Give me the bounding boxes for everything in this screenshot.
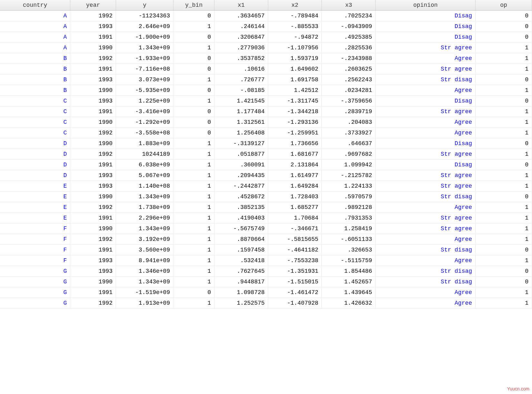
cell-x2: 1.691758 <box>268 74 322 85</box>
cell-year: 1992 <box>70 11 116 21</box>
cell-country[interactable]: C <box>0 96 70 106</box>
cell-opinion[interactable]: Disag <box>375 21 475 32</box>
cell-country[interactable]: E <box>0 181 70 192</box>
cell-opinion[interactable]: Agree <box>375 255 475 266</box>
cell-opinion[interactable]: Str agree <box>375 223 475 234</box>
cell-opinion[interactable]: Str disag <box>375 277 475 287</box>
cell-opinion[interactable]: Str agree <box>375 64 475 74</box>
cell-x2: 1.42512 <box>268 85 322 96</box>
cell-y: 1.883e+09 <box>116 138 173 149</box>
cell-country[interactable]: G <box>0 287 70 298</box>
cell-opinion[interactable]: Agree <box>375 117 475 128</box>
cell-opinion[interactable]: Disag <box>375 160 475 170</box>
cell-country[interactable]: A <box>0 11 70 21</box>
cell-op: 0 <box>476 96 532 106</box>
cell-y: 1.343e+09 <box>116 43 173 53</box>
cell-country[interactable]: B <box>0 74 70 85</box>
cell-country[interactable]: A <box>0 32 70 43</box>
cell-op: 1 <box>476 64 532 74</box>
cell-country[interactable]: E <box>0 192 70 202</box>
cell-opinion[interactable]: Agree <box>375 53 475 64</box>
cell-opinion[interactable]: Agree <box>375 287 475 298</box>
cell-country[interactable]: D <box>0 149 70 160</box>
cell-opinion[interactable]: Agree <box>375 85 475 96</box>
cell-country[interactable]: G <box>0 266 70 277</box>
cell-op: 0 <box>476 266 532 277</box>
cell-y: 1.225e+09 <box>116 96 173 106</box>
cell-year: 1990 <box>70 223 116 234</box>
cell-country[interactable]: E <box>0 202 70 213</box>
cell-country[interactable]: C <box>0 117 70 128</box>
table-row: C1992-3.558e+0801.256408-1.259951.373392… <box>0 128 532 138</box>
table-row: F19913.560e+091.1597458-.4641182.326653S… <box>0 245 532 255</box>
table-row: A1992-112343630.3634657-.789484.7025234D… <box>0 11 532 21</box>
cell-opinion[interactable]: Disag <box>375 96 475 106</box>
cell-opinion[interactable]: Str disag <box>375 245 475 255</box>
cell-x2: 1.649284 <box>268 181 322 192</box>
cell-opinion[interactable]: Str agree <box>375 181 475 192</box>
cell-x2: 2.131864 <box>268 160 322 170</box>
column-header-x2[interactable]: x2 <box>268 0 322 11</box>
cell-x1: .4528672 <box>214 192 268 202</box>
column-header-op[interactable]: op <box>476 0 532 11</box>
cell-country[interactable]: B <box>0 85 70 96</box>
cell-country[interactable]: B <box>0 53 70 64</box>
cell-x3: 1.439645 <box>322 287 376 298</box>
cell-country[interactable]: C <box>0 106 70 117</box>
cell-country[interactable]: G <box>0 277 70 287</box>
cell-y_bin: 1 <box>173 160 214 170</box>
cell-opinion[interactable]: Str agree <box>375 106 475 117</box>
cell-y_bin: 1 <box>173 96 214 106</box>
cell-opinion[interactable]: Agree <box>375 234 475 245</box>
cell-opinion[interactable]: Str disag <box>375 74 475 85</box>
cell-year: 1993 <box>70 21 116 32</box>
cell-country[interactable]: A <box>0 21 70 32</box>
cell-country[interactable]: F <box>0 245 70 255</box>
cell-opinion[interactable]: Disag <box>375 138 475 149</box>
cell-year: 1992 <box>70 149 116 160</box>
table-row: E19901.343e+091.45286721.728403.5970579S… <box>0 192 532 202</box>
cell-country[interactable]: D <box>0 160 70 170</box>
cell-x3: .5970579 <box>322 192 376 202</box>
cell-opinion[interactable]: Disag <box>375 32 475 43</box>
cell-y_bin: 1 <box>173 245 214 255</box>
column-header-year[interactable]: year <box>70 0 116 11</box>
cell-y: 3.192e+09 <box>116 234 173 245</box>
column-header-country[interactable]: country <box>0 0 70 11</box>
cell-opinion[interactable]: Str agree <box>375 43 475 53</box>
cell-opinion[interactable]: Agree <box>375 202 475 213</box>
cell-country[interactable]: F <box>0 223 70 234</box>
cell-country[interactable]: A <box>0 43 70 53</box>
cell-country[interactable]: F <box>0 255 70 266</box>
cell-opinion[interactable]: Agree <box>375 128 475 138</box>
cell-x3: 1.224133 <box>322 181 376 192</box>
cell-country[interactable]: D <box>0 138 70 149</box>
column-header-opinion[interactable]: opinion <box>375 0 475 11</box>
table-row: A1991-1.900e+090.3206847-.94872.4925385D… <box>0 32 532 43</box>
cell-x3: .2825536 <box>322 43 376 53</box>
cell-country[interactable]: G <box>0 298 70 309</box>
cell-op: 0 <box>476 245 532 255</box>
cell-opinion[interactable]: Str agree <box>375 213 475 223</box>
cell-x3: .7931353 <box>322 213 376 223</box>
column-header-x3[interactable]: x3 <box>322 0 376 11</box>
cell-x1: .726777 <box>214 74 268 85</box>
cell-y: 1.343e+09 <box>116 223 173 234</box>
cell-country[interactable]: F <box>0 234 70 245</box>
cell-opinion[interactable]: Str disag <box>375 192 475 202</box>
cell-country[interactable]: D <box>0 170 70 181</box>
column-header-y_bin[interactable]: y_bin <box>173 0 214 11</box>
cell-x2: -1.259951 <box>268 128 322 138</box>
cell-opinion[interactable]: Agree <box>375 298 475 309</box>
column-header-y[interactable]: y <box>116 0 173 11</box>
cell-year: 1993 <box>70 96 116 106</box>
cell-country[interactable]: C <box>0 128 70 138</box>
cell-y_bin: 1 <box>173 74 214 85</box>
cell-opinion[interactable]: Str agree <box>375 170 475 181</box>
cell-opinion[interactable]: Str disag <box>375 266 475 277</box>
column-header-x1[interactable]: x1 <box>214 0 268 11</box>
cell-country[interactable]: B <box>0 64 70 74</box>
cell-country[interactable]: E <box>0 213 70 223</box>
cell-opinion[interactable]: Disag <box>375 11 475 21</box>
cell-opinion[interactable]: Str agree <box>375 149 475 160</box>
